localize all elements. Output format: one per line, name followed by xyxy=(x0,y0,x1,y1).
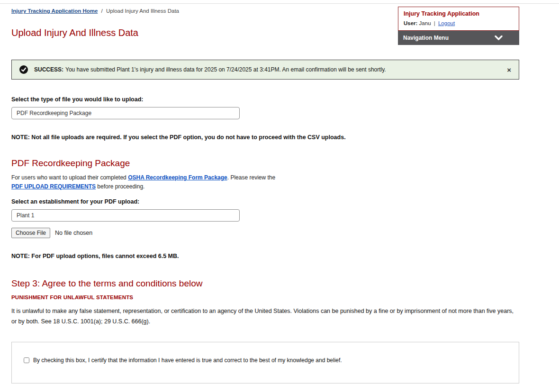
logout-link[interactable]: Logout xyxy=(438,20,455,26)
certify-row: By checking this box, I certify that the… xyxy=(24,357,507,364)
punishment-subheading: PUNISHMENT FOR UNLAWFUL STATEMENTS xyxy=(11,294,519,300)
chevron-down-icon xyxy=(495,36,514,40)
breadcrumb-home-link[interactable]: Injury Tracking Application Home xyxy=(11,8,98,14)
app-title: Injury Tracking Application xyxy=(404,10,514,17)
user-panel: Injury Tracking Application User: Janu |… xyxy=(398,7,519,45)
pdf-intro-paragraph: For users who want to upload their compl… xyxy=(11,173,280,191)
file-input-row: Choose File No file chosen xyxy=(11,228,519,238)
user-label: User: xyxy=(404,20,417,26)
certify-label: By checking this box, I certify that the… xyxy=(33,357,342,364)
osha-recordkeeping-package-link[interactable]: OSHA Recordkeeping Form Package xyxy=(128,174,227,181)
close-icon[interactable]: × xyxy=(501,66,511,73)
breadcrumb-separator: / xyxy=(101,8,103,14)
file-type-note: NOTE: Not all file uploads are required.… xyxy=(11,134,519,141)
user-info-line: User: Janu | Logout xyxy=(404,20,514,26)
navigation-menu-bar[interactable]: Navigation Menu xyxy=(398,31,519,45)
user-name: Janu xyxy=(419,20,431,26)
breadcrumb-current: Upload Injury And Illness Data xyxy=(106,8,179,14)
certify-checkbox[interactable] xyxy=(24,357,29,363)
user-panel-header: Injury Tracking Application User: Janu |… xyxy=(398,7,519,31)
legal-text: It is unlawful to make any false stateme… xyxy=(11,306,519,327)
file-type-label: Select the type of file you would like t… xyxy=(11,96,519,103)
alert-body-text: You have submitted Plant 1's injury and … xyxy=(65,66,386,73)
navigation-menu-label: Navigation Menu xyxy=(403,35,449,41)
intro-text-3: before proceeding. xyxy=(96,183,144,190)
page: Injury Tracking Application User: Janu |… xyxy=(0,0,559,392)
check-circle-icon xyxy=(19,65,28,74)
choose-file-button[interactable]: Choose File xyxy=(11,228,50,238)
main-content: Injury Tracking Application Home / Uploa… xyxy=(0,4,559,392)
establishment-label: Select an establishment for your PDF upl… xyxy=(11,198,519,205)
file-type-select[interactable]: PDF Recordkeeping Package xyxy=(11,107,240,119)
establishment-select[interactable]: Plant 1 xyxy=(11,209,240,222)
alert-prefix: SUCCESS: xyxy=(34,66,63,73)
success-alert: SUCCESS:You have submitted Plant 1's inj… xyxy=(11,60,519,80)
no-file-chosen-text: No file chosen xyxy=(55,230,92,236)
separator: | xyxy=(434,20,435,26)
alert-message: SUCCESS:You have submitted Plant 1's inj… xyxy=(34,66,386,73)
intro-text-1: For users who want to upload their compl… xyxy=(11,174,128,181)
step3-heading: Step 3: Agree to the terms and condition… xyxy=(11,278,519,289)
pdf-section-heading: PDF Recordkeeping Package xyxy=(11,158,519,169)
pdf-size-note: NOTE: For PDF upload options, files cann… xyxy=(11,253,519,259)
certify-box: By checking this box, I certify that the… xyxy=(11,342,519,383)
intro-text-2: . Please review the xyxy=(227,174,275,181)
pdf-upload-requirements-link[interactable]: PDF UPLOAD REQUIREMENTS xyxy=(11,183,96,190)
